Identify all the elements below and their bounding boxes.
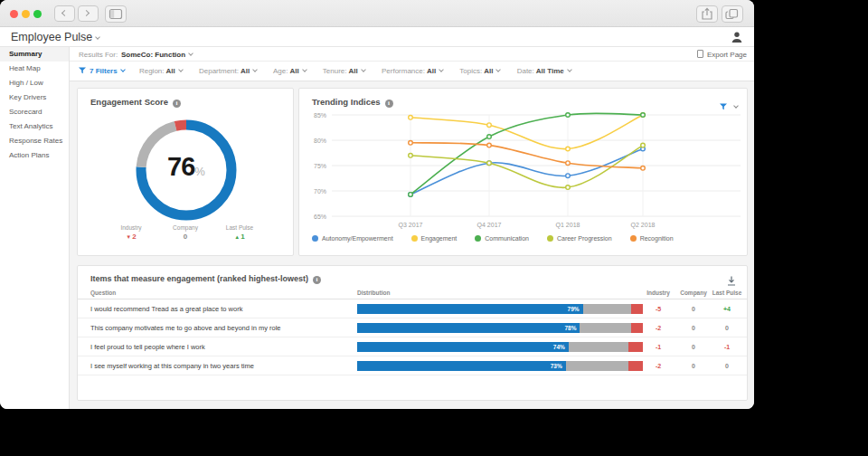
filter-value: All [289,67,298,75]
legend-dot [475,235,481,242]
close-window-button[interactable] [10,10,18,18]
legend-label: Engagement [421,235,458,242]
down-arrow-icon: ▼ [126,234,131,240]
sidebar-item-high-low[interactable]: High / Low [0,76,69,90]
trending-indices-card: Trending Indices 85%80%75%70%65%Q3 2017Q… [298,88,748,256]
chevron-down-icon [567,67,572,72]
filter-age[interactable]: Age:All [273,67,307,75]
sidebar-toggle-button[interactable] [105,5,127,23]
legend-item-engagement[interactable]: Engagement [411,235,458,242]
svg-text:85%: 85% [314,112,326,119]
distribution-bar: 74% [357,342,643,352]
question-text: This company motivates me to go above an… [90,318,281,337]
filter-date[interactable]: Date:All Time [517,67,571,75]
distribution-bar: 73% [357,361,643,371]
minimize-window-button[interactable] [22,10,30,18]
filters-toggle-button[interactable]: 7 Filters [79,67,127,75]
info-icon[interactable] [173,100,181,108]
legend-item-autonomy[interactable]: Autonomy/Empowerment [312,235,393,242]
svg-text:Q2 2018: Q2 2018 [631,222,656,229]
sidebar-item-key-drivers[interactable]: Key Drivers [0,90,69,105]
chevron-down-icon [188,51,193,56]
chevron-down-icon [733,103,739,109]
app-window: Employee Pulse Summary Heat Map High / L… [0,0,754,409]
info-icon[interactable] [385,100,393,108]
filter-department[interactable]: Department:All [199,67,257,75]
sidebar-item-action-plans[interactable]: Action Plans [0,148,69,163]
favorable-segment: 74% [357,342,569,352]
distribution-bar: 78% [357,323,643,333]
comparison-value: 0 [163,233,208,241]
browser-chrome-bar [0,0,754,27]
last-pulse-value: +4 [707,299,747,318]
filter-bar: 7 Filters Region:All Department:All Age:… [70,62,754,81]
table-row[interactable]: This company motivates me to go above an… [78,318,747,337]
comparison-industry: Industry ▼2 [108,224,154,241]
neutral-segment [583,304,632,314]
last-pulse-value: -1 [707,337,747,356]
column-question: Question [90,290,116,296]
comparison-label: Last Pulse [217,224,262,231]
export-page-label: Export Page [707,51,747,59]
legend-label: Communication [485,235,529,242]
column-last-pulse: Last Pulse [707,290,747,296]
table-header: Question Distribution Industry Company L… [78,286,747,299]
info-icon[interactable] [313,276,321,284]
page-title-dropdown[interactable]: Employee Pulse [11,27,99,47]
legend-item-career-progression[interactable]: Career Progression [547,235,612,242]
comparison-value: ▼2 [108,233,154,241]
filter-label: Topics: [459,67,482,75]
legend-dot [630,235,637,242]
legend-label: Recognition [640,235,674,242]
sidebar-item-scorecard[interactable]: Scorecard [0,105,69,119]
last-pulse-value: 0 [707,318,747,337]
legend-item-communication[interactable]: Communication [475,235,529,242]
results-for-dropdown[interactable]: SomeCo: Function [121,51,193,59]
favorable-segment: 79% [357,304,583,314]
filter-performance[interactable]: Performance:All [382,67,443,75]
sidebar-item-text-analytics[interactable]: Text Analytics [0,119,69,134]
chevron-down-icon [120,67,126,72]
engagement-comparisons: Industry ▼2 Company 0 Last Pulse ▲1 [78,224,293,241]
filter-tenure[interactable]: Tenure:All [323,67,365,75]
legend-item-recognition[interactable]: Recognition [630,235,674,242]
comparison-value: ▲1 [217,233,262,241]
chevron-down-icon [361,67,366,72]
sidebar-item-summary[interactable]: Summary [0,47,69,62]
industry-value: -2 [638,356,678,375]
table-row[interactable]: I would recommend Tread as a great place… [78,299,747,318]
filter-label: Region: [139,67,165,75]
zoom-window-button[interactable] [33,10,42,18]
filter-value: All [166,67,175,75]
app-header: Employee Pulse [0,27,754,47]
filter-region[interactable]: Region:All [139,67,183,75]
question-text: I feel proud to tell people where I work [90,337,205,356]
sidebar-item-heat-map[interactable]: Heat Map [0,62,69,76]
trending-indices-title: Trending Indices [312,97,393,108]
tabs-overview-button[interactable] [722,5,743,23]
filter-funnel-icon [79,67,86,74]
filter-topics[interactable]: Topics:All [459,67,500,75]
comparison-label: Company [163,224,208,231]
up-arrow-icon: ▲ [234,234,240,240]
sidebar-item-response-rates[interactable]: Response Rates [0,134,69,148]
results-for-label: Results For: [79,51,118,59]
comparison-last-pulse: Last Pulse ▲1 [217,224,262,241]
profile-button[interactable] [731,31,743,43]
engagement-score-title: Engagement Score [90,97,181,108]
share-button[interactable] [696,5,718,23]
neutral-segment [569,342,628,352]
chevron-left-icon [61,10,68,16]
chart-legend: Autonomy/Empowerment Engagement Communic… [312,235,674,242]
filter-label: Tenure: [323,67,347,75]
chevron-down-icon [439,67,444,72]
export-page-button[interactable]: Export Page [697,50,747,59]
industry-value: -1 [638,337,678,356]
back-button[interactable] [54,5,75,22]
table-row[interactable]: I see myself working at this company in … [78,356,747,375]
table-row[interactable]: I feel proud to tell people where I work… [78,337,747,356]
download-icon [727,276,736,286]
forward-button[interactable] [78,5,99,22]
filter-value: All Time [536,67,564,75]
filter-value: All [348,67,357,75]
